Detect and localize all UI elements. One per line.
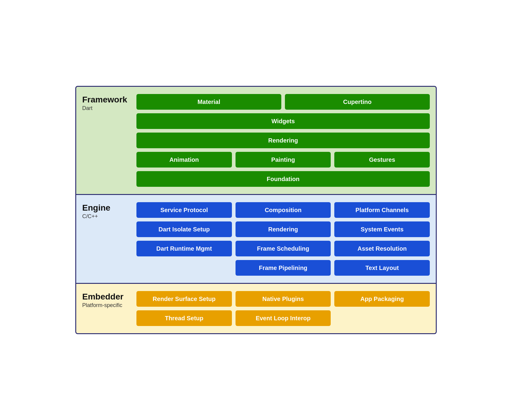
app-packaging-chip: App Packaging [334, 291, 430, 307]
flutter-architecture-diagram: Framework Dart Material Cupertino Widget… [75, 86, 437, 334]
embedder-subtitle: Platform-specific [82, 302, 130, 309]
render-surface-chip: Render Surface Setup [136, 291, 232, 307]
engine-content: Service Protocol Composition Platform Ch… [136, 202, 430, 276]
native-plugins-chip: Native Plugins [236, 291, 331, 307]
framework-content: Material Cupertino Widgets Rendering Ani… [136, 94, 430, 187]
embedder-row-2: Thread Setup Event Loop Interop [136, 310, 430, 326]
engine-row-1: Service Protocol Composition Platform Ch… [136, 202, 430, 218]
thread-setup-chip: Thread Setup [136, 310, 232, 326]
cupertino-chip: Cupertino [285, 94, 430, 110]
framework-layer: Framework Dart Material Cupertino Widget… [75, 86, 437, 195]
gestures-chip: Gestures [334, 152, 430, 168]
engine-label: Engine C/C++ [82, 202, 130, 220]
engine-row-4: Frame Pipelining Text Layout [136, 260, 430, 276]
embedder-title: Embedder [82, 292, 130, 302]
event-loop-chip: Event Loop Interop [236, 310, 331, 326]
dart-isolate-chip: Dart Isolate Setup [136, 221, 232, 237]
embedder-row-1: Render Surface Setup Native Plugins App … [136, 291, 430, 307]
material-chip: Material [136, 94, 281, 110]
framework-row-4: Animation Painting Gestures [136, 152, 430, 168]
platform-channels-chip: Platform Channels [334, 202, 430, 218]
painting-chip: Painting [236, 152, 331, 168]
framework-subtitle: Dart [82, 105, 130, 111]
framework-row-5: Foundation [136, 171, 430, 187]
framework-row-3: Rendering [136, 133, 430, 148]
animation-chip: Animation [136, 152, 232, 168]
widgets-chip: Widgets [136, 113, 430, 129]
frame-pipelining-chip: Frame Pipelining [236, 260, 331, 276]
rendering-fw-chip: Rendering [136, 133, 430, 148]
embedder-layer: Embedder Platform-specific Render Surfac… [75, 284, 437, 334]
dart-runtime-chip: Dart Runtime Mgmt [136, 241, 232, 256]
engine-row-3: Dart Runtime Mgmt Frame Scheduling Asset… [136, 241, 430, 256]
engine-title: Engine [82, 203, 130, 213]
engine-subtitle: C/C++ [82, 213, 130, 220]
embedder-content: Render Surface Setup Native Plugins App … [136, 291, 430, 326]
engine-row-2: Dart Isolate Setup Rendering System Even… [136, 221, 430, 237]
framework-label: Framework Dart [82, 94, 130, 111]
framework-row-1: Material Cupertino [136, 94, 430, 110]
foundation-chip: Foundation [136, 171, 430, 187]
framework-row-2: Widgets [136, 113, 430, 129]
engine-layer: Engine C/C++ Service Protocol Compositio… [75, 195, 437, 284]
asset-resolution-chip: Asset Resolution [334, 241, 430, 256]
system-events-chip: System Events [334, 221, 430, 237]
rendering-eng-chip: Rendering [236, 221, 331, 237]
text-layout-chip: Text Layout [334, 260, 430, 276]
service-protocol-chip: Service Protocol [136, 202, 232, 218]
composition-chip: Composition [236, 202, 331, 218]
framework-title: Framework [82, 95, 130, 105]
frame-scheduling-chip: Frame Scheduling [236, 241, 331, 256]
embedder-label: Embedder Platform-specific [82, 291, 130, 309]
